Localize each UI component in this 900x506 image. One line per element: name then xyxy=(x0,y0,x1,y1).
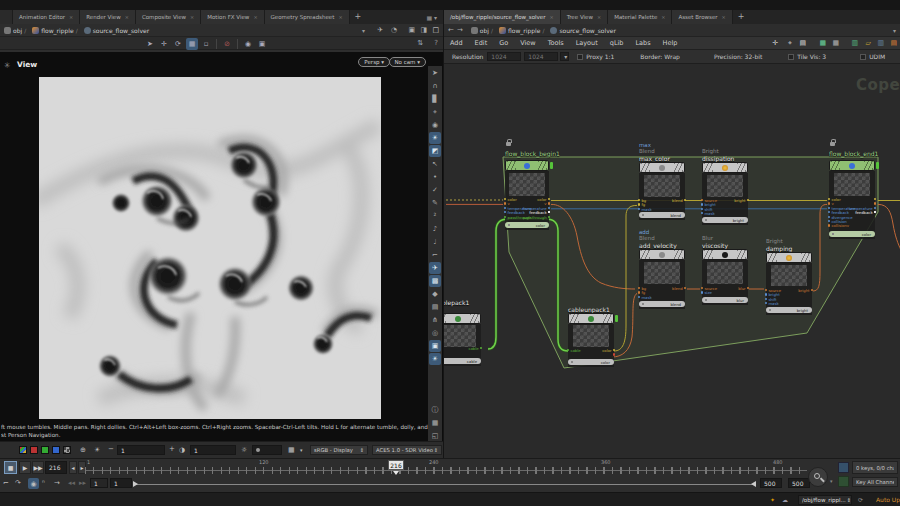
range-end-icon[interactable]: ▸▸ xyxy=(79,479,86,487)
image-icon[interactable]: ▤ xyxy=(429,301,441,313)
border-label[interactable]: Border: Wrap xyxy=(640,53,680,60)
hand-icon[interactable]: ➤ xyxy=(429,67,441,79)
display-flag[interactable] xyxy=(876,162,879,169)
output-port[interactable]: blend xyxy=(645,287,686,291)
checker-icon[interactable]: ▩ xyxy=(429,275,441,287)
global-anim-icon[interactable]: ⌐ xyxy=(3,479,9,487)
persp-selector[interactable]: Persp ▾ xyxy=(358,57,390,67)
folder-icon[interactable]: ▱ xyxy=(866,39,871,47)
output-port[interactable]: cable xyxy=(444,347,482,351)
range-slider-left-handle[interactable] xyxy=(133,481,138,487)
display2-icon[interactable]: ▥ xyxy=(877,39,884,47)
cook-icon[interactable]: ✦ xyxy=(770,496,775,503)
res-dropdown[interactable]: ▾ xyxy=(560,52,569,61)
contrast-icon[interactable]: ◑ xyxy=(179,446,185,454)
step-icon[interactable]: → xyxy=(54,479,60,487)
menu-qlib[interactable]: qLib xyxy=(604,39,630,47)
output-port[interactable]: feedback xyxy=(835,211,876,215)
input-port[interactable]: collisionv xyxy=(828,224,849,228)
node-output-pill[interactable]: bright xyxy=(702,217,748,223)
gain-field[interactable] xyxy=(252,445,282,455)
range-slider-right-handle[interactable] xyxy=(751,481,756,487)
play-button[interactable]: ▶ xyxy=(19,461,31,474)
cube2-icon[interactable]: ◨ xyxy=(420,26,427,34)
viewport-3d[interactable]: ✳ View Persp ▾ No cam ▾ xyxy=(0,52,443,451)
nav-back-icon[interactable]: ← xyxy=(448,26,454,34)
dot-icon[interactable]: • xyxy=(429,171,441,183)
lock-icon[interactable]: ▊ xyxy=(429,93,441,105)
node-output-pill[interactable]: color xyxy=(568,359,614,365)
exposure-field[interactable]: 1 xyxy=(117,445,165,455)
plus-button[interactable]: + xyxy=(169,445,175,453)
color-grid-icon[interactable]: ▦ xyxy=(819,39,826,47)
path-dropdown[interactable]: ▾ xyxy=(362,27,365,34)
pane-menu-icon[interactable]: ▦ ▾ xyxy=(426,14,437,21)
memory-icon[interactable]: ☁ xyxy=(782,496,788,503)
timeline-ruler[interactable]: 1120240360480 216 xyxy=(85,459,807,477)
menu-edit[interactable]: Edit xyxy=(469,39,494,47)
breadcrumb-net[interactable]: flow_ripple xyxy=(32,27,73,34)
node-output-pill[interactable]: bright xyxy=(766,307,812,313)
menu-add[interactable]: Add xyxy=(444,39,469,47)
pen-icon[interactable]: ✎ xyxy=(429,197,441,209)
boxselect-icon[interactable]: ▦ xyxy=(186,38,198,50)
info-icon[interactable]: ⓘ xyxy=(429,404,441,416)
tab-stub[interactable] xyxy=(0,10,13,24)
layout-icon[interactable]: ⇅ xyxy=(417,39,423,47)
left-tab-4[interactable]: Geometry Spreadsheet× xyxy=(265,10,350,24)
menu-labs[interactable]: Labs xyxy=(629,39,656,47)
refresh-icon[interactable]: ⟳ xyxy=(858,496,863,503)
left-tab-0[interactable]: Animation Editor× xyxy=(13,10,80,24)
gamma-field[interactable]: 1 xyxy=(190,445,236,455)
step-back-button[interactable]: ◂ xyxy=(69,461,77,474)
output-port[interactable]: bright xyxy=(708,199,749,203)
target-icon[interactable]: ◎ xyxy=(429,327,441,339)
menu-view[interactable]: View xyxy=(514,39,541,47)
undo-arc-icon[interactable]: ↷ xyxy=(15,479,21,487)
cursor-text-icon[interactable]: ⌖ xyxy=(788,39,792,47)
viewport-gear-icon[interactable]: ✳ xyxy=(4,61,11,70)
range-end2-field[interactable]: 500 xyxy=(788,478,810,488)
move-icon[interactable]: ✛ xyxy=(158,38,170,50)
output-port[interactable]: bright xyxy=(772,289,813,293)
tilevis-checkbox[interactable] xyxy=(788,54,794,60)
udim-checkbox[interactable] xyxy=(860,54,866,60)
node-output-pill[interactable]: blur xyxy=(702,297,748,303)
net-breadcrumb-root[interactable]: obj xyxy=(471,27,489,34)
node-bar[interactable] xyxy=(702,162,748,173)
display-flag[interactable] xyxy=(615,315,618,322)
zoom-icon[interactable]: ⊕ xyxy=(80,446,86,454)
node-bar[interactable] xyxy=(766,252,812,263)
magnet-icon[interactable]: ∩ xyxy=(429,80,441,92)
panel-icon[interactable]: □ xyxy=(432,26,439,34)
green-channel-icon[interactable] xyxy=(41,446,49,454)
net-breadcrumb-net[interactable]: flow_ripple xyxy=(499,27,540,34)
mute-icon[interactable]: ♩ xyxy=(429,236,441,248)
net-breadcrumb-node[interactable]: source_flow_solver xyxy=(550,27,615,34)
res-x-field[interactable]: 1024 xyxy=(487,52,521,61)
network-graph[interactable]: Copernicus flow_block_begin1 color v tem… xyxy=(444,64,900,458)
breadcrumb-node[interactable]: source_flow_solver xyxy=(84,27,149,34)
minus-button[interactable]: − xyxy=(108,445,114,453)
display-space-select[interactable]: ACES 1.0 - SDR Video⇕ xyxy=(372,445,442,455)
camera-selector[interactable]: No cam ▾ xyxy=(389,57,427,67)
node-bar[interactable] xyxy=(702,249,748,260)
sub-icon[interactable]: ² xyxy=(429,210,441,222)
blue-channel-icon[interactable] xyxy=(52,446,60,454)
left-tab-2[interactable]: Composite View× xyxy=(136,10,201,24)
cube-icon[interactable]: ▣ xyxy=(408,26,415,34)
menu-layout[interactable]: Layout xyxy=(570,39,604,47)
pose-icon[interactable]: ⟳ xyxy=(172,38,184,50)
alpha-channel-icon[interactable] xyxy=(63,446,71,454)
network-tab-3[interactable]: Asset Browser× xyxy=(672,10,732,24)
net-path-dropdown[interactable]: ▾ xyxy=(893,27,896,34)
rgba-swatch-icon[interactable] xyxy=(19,446,27,454)
grid2-icon[interactable]: ▦ xyxy=(429,417,441,429)
eye-icon[interactable]: ◉ xyxy=(429,119,441,131)
node-output-pill[interactable]: color xyxy=(505,222,549,228)
audio-icon[interactable]: ♪ xyxy=(429,223,441,235)
range-start-field[interactable]: 1 xyxy=(90,478,108,488)
node-bar[interactable] xyxy=(444,313,481,324)
stop-button[interactable]: ■ xyxy=(4,461,17,474)
lut-icon[interactable]: ▦ xyxy=(288,446,295,454)
